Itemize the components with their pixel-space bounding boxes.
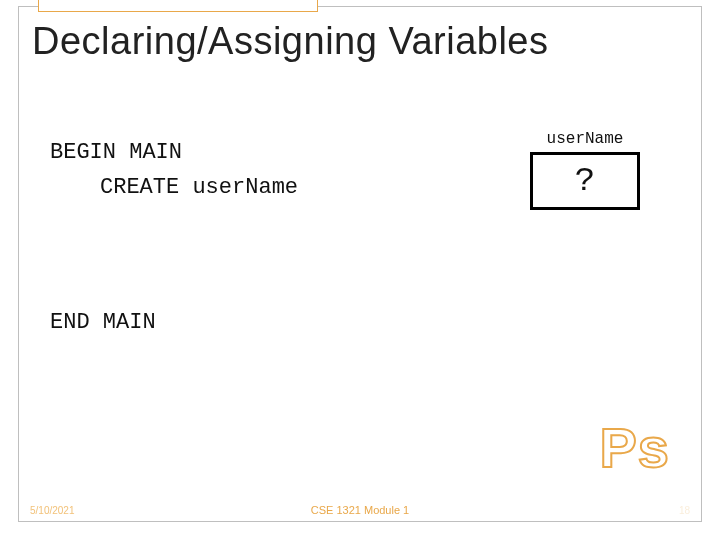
footer-page-number: 18	[679, 505, 690, 516]
accent-strip	[38, 0, 318, 12]
slide-title: Declaring/Assigning Variables	[32, 20, 549, 63]
code-line-begin: BEGIN MAIN	[50, 135, 298, 170]
code-block: BEGIN MAIN CREATE userName	[50, 135, 298, 205]
code-line-end: END MAIN	[50, 310, 156, 335]
ps-badge: Ps	[600, 415, 671, 480]
variable-box: ?	[530, 152, 640, 210]
footer-center: CSE 1321 Module 1	[0, 504, 720, 516]
variable-label: userName	[530, 130, 640, 148]
code-line-create: CREATE userName	[50, 170, 298, 205]
slide: Declaring/Assigning Variables BEGIN MAIN…	[0, 0, 720, 540]
variable-value: ?	[575, 162, 595, 200]
